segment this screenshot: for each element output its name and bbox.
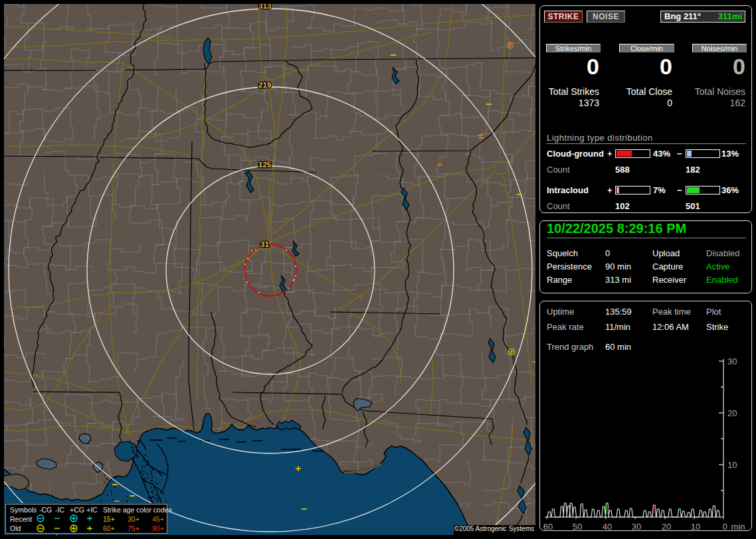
svg-text:125: 125	[258, 161, 272, 169]
svg-text:10: 10	[727, 460, 737, 470]
svg-text:10: 10	[691, 522, 700, 532]
svg-text:0: 0	[722, 522, 727, 532]
svg-text:20: 20	[662, 522, 671, 532]
svg-text:30: 30	[727, 358, 737, 366]
svg-text:313: 313	[258, 4, 271, 10]
svg-text:30: 30	[632, 522, 641, 532]
svg-text:min: min	[731, 522, 745, 532]
svg-text:31: 31	[260, 240, 269, 248]
svg-text:219: 219	[258, 81, 271, 89]
svg-text:40: 40	[603, 522, 612, 532]
svg-text:50: 50	[573, 522, 582, 532]
svg-text:20: 20	[727, 408, 737, 418]
svg-text:60: 60	[543, 522, 553, 532]
